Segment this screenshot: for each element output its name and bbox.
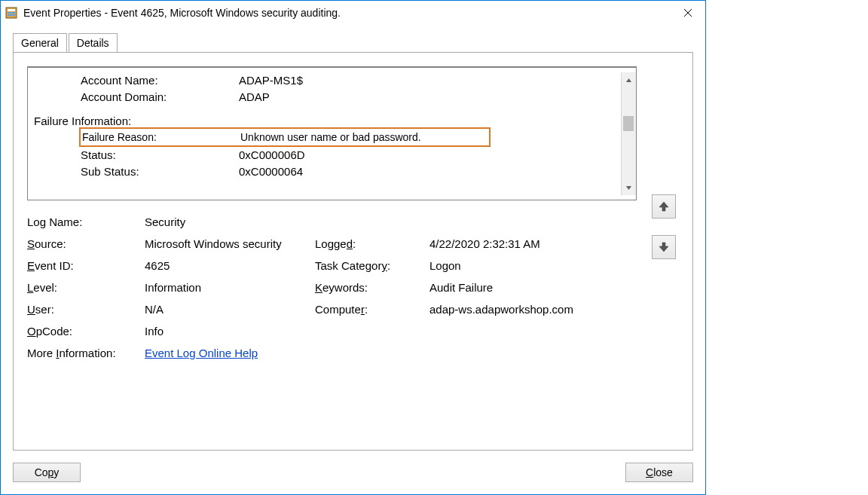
log-name-label: Log Name: [27, 215, 140, 228]
svg-marker-9 [659, 243, 668, 252]
log-name-value: Security [145, 215, 637, 228]
event-id-label: Event ID: [27, 259, 140, 272]
status-value: 0xC000006D [239, 147, 618, 163]
svg-rect-3 [8, 14, 15, 16]
status-label: Status: [81, 147, 239, 163]
event-meta-grid: Log Name: Security Source: Microsoft Win… [27, 215, 637, 359]
event-properties-window: Event Properties - Event 4625, Microsoft… [0, 0, 706, 495]
user-label: User: [27, 303, 140, 316]
window-title: Event Properties - Event 4625, Microsoft… [23, 7, 671, 19]
level-label: Level: [27, 281, 140, 294]
source-value: Microsoft Windows security [145, 237, 310, 250]
task-category-label: Task Category: [315, 259, 425, 272]
logged-value: 4/22/2020 2:32:31 AM [429, 237, 637, 250]
event-viewer-icon [5, 7, 17, 19]
row-account-name: Account Name: ADAP-MS1$ [34, 72, 618, 89]
scrollbar-track[interactable] [622, 87, 636, 180]
event-log-online-help-link[interactable]: Event Log Online Help [145, 347, 258, 359]
svg-marker-8 [659, 202, 668, 211]
account-name-label: Account Name: [81, 72, 239, 89]
substatus-label: Sub Status: [81, 163, 239, 180]
computer-label: Computer: [315, 303, 425, 316]
computer-value: adap-ws.adapworkshop.com [429, 303, 637, 316]
next-event-button[interactable] [652, 235, 676, 259]
client-area: General Details Account Name: ADAP-MS1$ … [1, 25, 705, 494]
row-substatus: Sub Status: 0xC0000064 [34, 163, 618, 180]
level-value: Information [145, 281, 310, 294]
scrollbar-thumb[interactable] [623, 116, 634, 131]
tab-panel-general: Account Name: ADAP-MS1$ Account Domain: … [13, 52, 693, 451]
svg-rect-2 [8, 12, 15, 14]
svg-marker-6 [626, 78, 631, 82]
tab-details[interactable]: Details [69, 33, 118, 53]
row-account-domain: Account Domain: ADAP [34, 89, 618, 105]
opcode-label: OpCode: [27, 325, 140, 338]
user-value: N/A [145, 303, 310, 316]
account-domain-value: ADAP [239, 89, 618, 105]
row-status: Status: 0xC000006D [34, 147, 618, 163]
task-category-value: Logon [429, 259, 637, 272]
arrow-up-icon [659, 201, 669, 212]
scroll-down-arrow-icon[interactable] [622, 180, 636, 195]
failure-reason-value: Unknown user name or bad password. [240, 129, 421, 145]
copy-button[interactable]: Copy [13, 463, 81, 482]
logged-label: Logged: [315, 237, 425, 250]
dialog-button-row: Copy Close [13, 451, 693, 482]
account-name-value: ADAP-MS1$ [239, 72, 618, 89]
source-label: Source: [27, 237, 140, 250]
row-failure-reason-highlight: Failure Reason: Unknown user name or bad… [79, 127, 491, 147]
substatus-value: 0xC0000064 [239, 163, 618, 180]
previous-event-button[interactable] [652, 194, 676, 218]
event-description-box: Account Name: ADAP-MS1$ Account Domain: … [27, 66, 637, 200]
window-close-button[interactable] [671, 2, 705, 25]
close-button[interactable]: Close [625, 463, 693, 482]
nav-button-column [637, 66, 679, 276]
keywords-label: Keywords: [315, 281, 425, 294]
keywords-value: Audit Failure [429, 281, 637, 294]
opcode-value: Info [145, 325, 637, 338]
svg-marker-7 [626, 186, 631, 190]
account-domain-label: Account Domain: [81, 89, 239, 105]
arrow-down-icon [659, 242, 669, 252]
close-icon [683, 8, 692, 17]
titlebar: Event Properties - Event 4625, Microsoft… [1, 1, 705, 25]
failure-reason-label: Failure Reason: [82, 129, 240, 145]
more-info-label: More Information: [27, 347, 140, 359]
event-id-value: 4625 [145, 259, 310, 272]
description-scrollbar[interactable] [621, 72, 636, 195]
tabstrip: General Details [13, 32, 693, 52]
tab-general[interactable]: General [13, 33, 67, 53]
scroll-up-arrow-icon[interactable] [622, 72, 636, 87]
event-description-scroll[interactable]: Account Name: ADAP-MS1$ Account Domain: … [34, 72, 621, 195]
svg-rect-1 [8, 9, 15, 11]
failure-info-header: Failure Information: [34, 115, 618, 127]
